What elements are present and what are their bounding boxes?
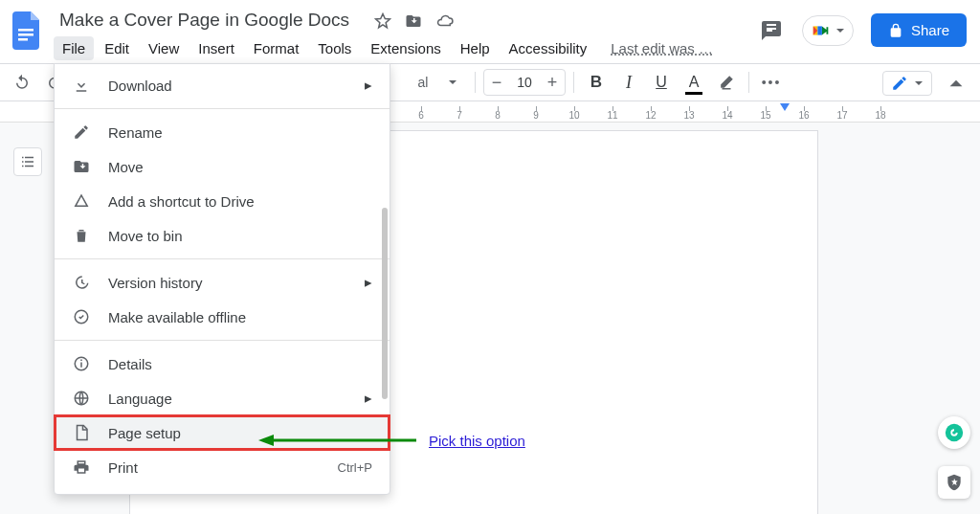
menu-help[interactable]: Help [452,36,499,60]
menu-label: Print [108,459,138,476]
font-style-partial[interactable]: al [412,68,434,97]
font-size-control: − + [483,69,566,96]
font-size-increase[interactable]: + [540,73,565,93]
ruler-tick: 6 [418,110,424,121]
grammarly-button[interactable] [938,416,970,449]
collapse-toolbar-button[interactable] [942,69,970,98]
globe-icon [72,390,91,407]
menu-label: Download [108,78,172,94]
ruler-tick: 12 [645,110,656,121]
more-button[interactable]: ••• [757,68,786,97]
comments-icon[interactable] [758,17,785,44]
star-icon[interactable] [374,12,391,33]
ruler-tick: 9 [533,110,539,121]
cloud-icon[interactable] [435,12,455,33]
font-style-dropdown[interactable] [438,68,467,97]
menu-shortcut: Ctrl+P [338,460,372,475]
file-menu-print[interactable]: Print Ctrl+P [55,450,390,484]
last-edit-link[interactable]: Last edit was … [611,36,713,60]
ruler-tick: 8 [495,110,501,121]
file-menu-language[interactable]: Language ▸ [55,381,390,415]
underline-button[interactable]: U [647,68,676,97]
ruler-tick: 14 [722,110,732,121]
ruler-tick: 7 [457,110,462,121]
menu-label: Rename [108,124,163,141]
header-actions: Share [758,13,967,47]
svg-rect-2 [18,38,28,41]
menu-label: Language [108,391,172,407]
ruler-right-indent[interactable] [780,103,790,111]
separator [748,72,749,93]
menu-label: Page setup [108,425,181,441]
menu-label: Move [108,159,144,175]
file-menu-version[interactable]: Version history ▸ [55,265,390,300]
ruler-tick: 16 [798,110,809,121]
svg-rect-0 [18,29,33,32]
svg-marker-10 [258,435,274,446]
file-menu-shortcut[interactable]: Add a shortcut to Drive [55,184,390,218]
italic-button[interactable]: I [614,68,643,97]
app-header: Make a Cover Page in Google Docs File Ed… [0,0,980,63]
explore-button[interactable] [938,466,970,499]
submenu-arrow-icon: ▸ [365,274,372,291]
text-color-button[interactable]: A [679,68,708,97]
info-icon [72,355,91,372]
folder-move-icon [72,158,91,175]
menu-edit[interactable]: Edit [96,36,138,60]
ruler-tick: 18 [875,110,885,121]
file-menu-details[interactable]: Details [55,346,390,381]
ruler-tick: 17 [836,110,847,121]
ruler-tick: 11 [607,110,617,121]
print-icon [72,458,91,476]
annotation-text: Pick this option [429,433,525,449]
file-menu-rename[interactable]: Rename [55,115,390,149]
outline-toggle[interactable] [13,147,42,176]
doc-title[interactable]: Make a Cover Page in Google Docs [54,8,355,33]
share-button[interactable]: Share [871,13,967,47]
undo-button[interactable] [8,68,36,97]
menu-separator [55,258,390,259]
menu-label: Add a shortcut to Drive [108,193,255,210]
menu-tools[interactable]: Tools [309,36,360,60]
highlight-button[interactable] [712,68,741,97]
menu-accessibility[interactable]: Accessibility [501,36,596,60]
menu-insert[interactable]: Insert [189,36,243,60]
menu-format[interactable]: Format [245,36,308,60]
separator [573,72,574,93]
menu-label: Make available offline [108,309,246,325]
ruler-tick: 10 [568,110,579,121]
file-menu-move[interactable]: Move [55,149,390,184]
font-size-decrease[interactable]: − [484,73,509,93]
chevron-down-icon [835,26,845,35]
menu-label: Version history [108,275,202,291]
svg-rect-7 [80,360,82,362]
ruler-tick: 15 [760,110,770,121]
offline-icon [72,308,91,325]
menu-label: Details [108,356,152,372]
ruler-tick: 13 [683,110,694,121]
svg-rect-1 [18,34,33,36]
title-area: Make a Cover Page in Google Docs File Ed… [54,8,713,60]
file-menu-download[interactable]: Download ▸ [55,68,390,102]
menu-scrollbar[interactable] [382,208,388,399]
file-menu-offline[interactable]: Make available offline [55,300,390,334]
trash-icon [72,227,91,244]
font-size-input[interactable] [509,75,540,90]
separator [475,72,476,93]
svg-point-3 [946,424,963,441]
menu-file[interactable]: File [54,36,94,60]
move-icon[interactable] [405,12,422,33]
bold-button[interactable]: B [582,68,611,97]
submenu-arrow-icon: ▸ [365,390,372,407]
file-menu-bin[interactable]: Move to bin [55,218,390,253]
menu-view[interactable]: View [140,36,188,60]
docs-logo[interactable] [10,8,44,54]
svg-rect-6 [80,363,82,368]
meet-button[interactable] [802,15,854,46]
menubar: File Edit View Insert Format Tools Exten… [54,36,713,60]
arrow-icon [258,431,421,450]
submenu-arrow-icon: ▸ [365,77,372,94]
menu-extensions[interactable]: Extensions [362,36,449,60]
editing-mode-button[interactable] [882,71,932,96]
page-icon [72,424,91,441]
